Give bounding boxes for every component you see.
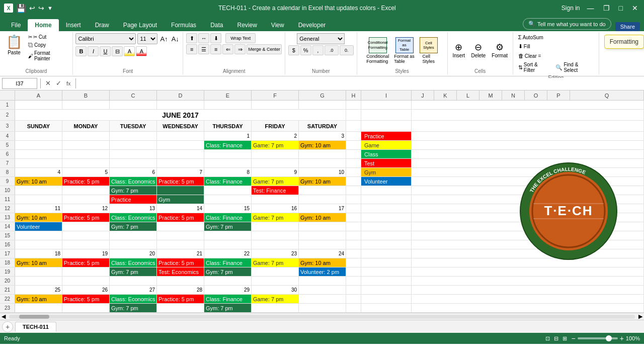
cell-a9-gym[interactable]: Gym: 10 am — [15, 177, 62, 186]
cell-h9[interactable] — [346, 177, 361, 186]
cell-i12[interactable] — [361, 204, 412, 213]
day-saturday[interactable]: SATURDAY — [299, 121, 346, 131]
cell-i22[interactable] — [361, 295, 412, 303]
cell-h3[interactable] — [346, 121, 361, 131]
cell-c7[interactable] — [110, 159, 157, 167]
cell-g19-volunteer[interactable]: Volunteer: 2 pm — [299, 267, 346, 276]
cell-d23[interactable] — [157, 304, 204, 312]
increase-indent-button[interactable]: ⇒ — [234, 44, 246, 54]
cell-h15[interactable] — [346, 231, 361, 240]
cell-c11-practice[interactable]: Practice — [110, 195, 157, 204]
font-family-select[interactable]: Calibri — [75, 33, 136, 44]
cell-a15[interactable] — [15, 231, 62, 240]
customize-qat-icon[interactable]: ▼ — [47, 5, 53, 11]
col-header-c[interactable]: C — [110, 90, 157, 100]
scroll-track[interactable] — [9, 315, 635, 319]
delete-button[interactable]: ⊖ Delete — [469, 42, 488, 59]
comma-button[interactable]: , — [312, 45, 324, 55]
cell-g16[interactable] — [299, 240, 346, 249]
cell-c20[interactable] — [110, 277, 157, 285]
col-header-i[interactable]: I — [361, 90, 412, 100]
col-header-j[interactable]: J — [412, 90, 434, 100]
cell-h12[interactable] — [346, 204, 361, 213]
cell-e17[interactable]: 22 — [204, 249, 252, 258]
sort-filter-button[interactable]: ⇅Sort & Filter — [516, 61, 552, 74]
cell-c17[interactable]: 20 — [110, 249, 157, 258]
cell-e16[interactable] — [204, 240, 252, 249]
cell-e19-gym[interactable]: Gym: 7 pm — [204, 267, 252, 276]
cell-e7[interactable] — [204, 159, 252, 167]
cell-a10[interactable] — [15, 186, 62, 195]
cell-c18-class[interactable]: Class: Economics — [110, 258, 157, 267]
cell-f18-game[interactable]: Game: 7 pm — [252, 258, 299, 267]
decrease-decimal-button[interactable]: .0 — [325, 45, 339, 55]
day-monday[interactable]: MONDAY — [62, 121, 110, 131]
minimize-icon[interactable]: — — [585, 4, 596, 12]
cell-b20[interactable] — [62, 277, 110, 285]
tab-view[interactable]: View — [264, 19, 291, 31]
cell-c6[interactable] — [110, 150, 157, 158]
cell-a14-volunteer[interactable]: Volunteer — [15, 222, 62, 231]
save-icon[interactable]: 💾 — [16, 4, 26, 13]
cell-e4[interactable]: 1 — [204, 132, 252, 140]
align-left-button[interactable]: ≡ — [186, 44, 197, 54]
tell-me-input[interactable]: 🔍 Tell me what you want to do — [523, 18, 611, 30]
wrap-text-button[interactable]: Wrap Text — [225, 33, 256, 43]
cell-a7[interactable] — [15, 159, 62, 167]
copy-button[interactable]: ⿻Copy — [26, 41, 69, 49]
cell-a6[interactable] — [15, 150, 62, 158]
cell-a13-gym[interactable]: Gym: 10 am — [15, 213, 62, 222]
cell-reference-input[interactable]: I37 — [2, 78, 37, 89]
cell-i21[interactable] — [361, 286, 412, 294]
cell-i11[interactable] — [361, 195, 412, 204]
align-bottom-button[interactable]: ⬇ — [210, 33, 221, 43]
cell-c5[interactable] — [110, 141, 157, 149]
horizontal-scrollbar[interactable]: ◀ ▶ — [0, 313, 644, 320]
cell-h8[interactable] — [346, 168, 361, 176]
cell-rest-19[interactable] — [412, 267, 644, 276]
cell-g14[interactable] — [299, 222, 346, 231]
cell-f21[interactable]: 30 — [252, 286, 299, 294]
cell-d1[interactable] — [157, 101, 204, 109]
cell-g7[interactable] — [299, 159, 346, 167]
cell-e14-gym[interactable]: Gym: 7 pm — [204, 222, 252, 231]
cell-b5[interactable] — [62, 141, 110, 149]
col-header-p[interactable]: P — [547, 90, 570, 100]
tab-developer[interactable]: Developer — [291, 19, 333, 31]
insert-function-icon[interactable]: fx — [65, 80, 72, 86]
cell-rest-23[interactable] — [412, 304, 644, 312]
day-sunday[interactable]: SUNDAY — [15, 121, 62, 131]
increase-font-icon[interactable]: A↑ — [159, 34, 169, 44]
cell-f5-game[interactable]: Game: 7 pm — [252, 141, 299, 149]
tab-formulas[interactable]: Formulas — [164, 19, 203, 31]
cell-e20[interactable] — [204, 277, 252, 285]
cell-c14-gym[interactable]: Gym: 7 pm — [110, 222, 157, 231]
cell-d5[interactable] — [157, 141, 204, 149]
cell-f10-test[interactable]: Test: Finance — [252, 186, 299, 195]
cell-b16[interactable] — [62, 240, 110, 249]
cell-c19-gym[interactable]: Gym: 7 pm — [110, 267, 157, 276]
paste-button[interactable]: 📋 Paste — [3, 33, 25, 56]
cell-g20[interactable] — [299, 277, 346, 285]
cell-b19[interactable] — [62, 267, 110, 276]
cell-styles-button[interactable]: CellStyles CellStyles — [418, 36, 439, 65]
cell-b22-practice[interactable]: Practice: 5 pm — [62, 295, 110, 303]
cell-a4[interactable] — [15, 132, 62, 140]
cell-h1[interactable] — [346, 101, 361, 109]
cell-f13-game[interactable]: Game: 7 pm — [252, 213, 299, 222]
tab-data[interactable]: Data — [203, 19, 230, 31]
maximize-icon[interactable]: □ — [617, 4, 625, 12]
cell-i10[interactable] — [361, 186, 412, 195]
cell-rest-1[interactable] — [412, 101, 644, 109]
cell-h16[interactable] — [346, 240, 361, 249]
cell-e10[interactable] — [204, 186, 252, 195]
cell-f17[interactable]: 23 — [252, 249, 299, 258]
scroll-thumb[interactable] — [19, 315, 49, 319]
font-size-select[interactable]: 11 — [137, 33, 157, 44]
cell-rest-22[interactable] — [412, 295, 644, 303]
cell-d15[interactable] — [157, 231, 204, 240]
cell-b17[interactable]: 19 — [62, 249, 110, 258]
cell-c13-class[interactable]: Class: Economics — [110, 213, 157, 222]
cell-g13-gym[interactable]: Gym: 10 am — [299, 213, 346, 222]
cell-f22-game[interactable]: Game: 7 pm — [252, 295, 299, 303]
